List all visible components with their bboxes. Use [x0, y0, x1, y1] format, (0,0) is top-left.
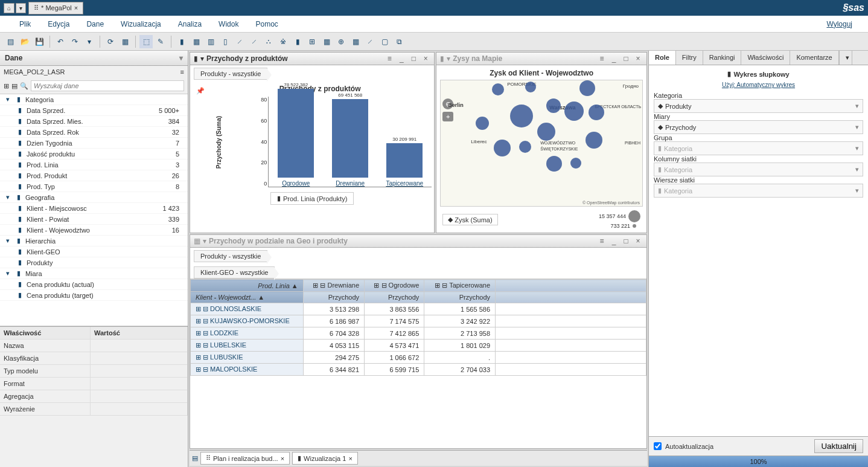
footer-tab-2[interactable]: ▮Wizualizacja 1 × — [292, 452, 358, 465]
menu-help[interactable]: Pomoc — [247, 20, 286, 28]
minimize-icon[interactable]: _ — [609, 54, 619, 63]
save-icon[interactable]: 💾 — [33, 35, 46, 48]
dropdown-icon[interactable]: ▾ — [855, 166, 859, 173]
bar-category-label[interactable]: Drewniane — [336, 180, 365, 187]
chart-breadcrumb[interactable]: Produkty - wszystkie — [194, 68, 267, 80]
col-drewniane[interactable]: ⊞ ⊟ Drewniane — [303, 280, 364, 292]
maximize-icon[interactable]: □ — [621, 237, 631, 245]
data-item[interactable]: Klient - Wojewodztwo — [27, 227, 172, 234]
data-item[interactable]: Data Sprzed. — [27, 107, 159, 114]
dropdown-icon[interactable]: ▾ — [855, 102, 859, 110]
role-field[interactable]: ▮Kategoria▾ — [654, 141, 863, 155]
expand-icon[interactable]: ▾ — [4, 193, 12, 201]
col-ogrodowe[interactable]: ⊞ ⊟ Ogrodowe — [365, 280, 424, 292]
map-canvas[interactable]: ⊕ + POMORSKIE Berlin Warszawa Гродно БРЕ… — [440, 80, 643, 207]
close-icon[interactable]: × — [633, 237, 643, 245]
prop-value[interactable] — [91, 390, 188, 402]
history-icon[interactable]: ▾ — [83, 35, 96, 48]
bar-category-label[interactable]: Tapicerowane — [386, 180, 423, 187]
table-row-header[interactable]: ⊞ ⊟ LUBELSKIE — [191, 340, 304, 352]
table-icon[interactable]: ▦ — [190, 35, 203, 48]
expand-icon[interactable]: ▾ — [4, 95, 12, 103]
minimize-icon[interactable]: _ — [609, 237, 619, 245]
footer-tab-1[interactable]: ⠿Plan i realizacja bud... × — [200, 452, 290, 465]
row-label-header[interactable]: Klient - Wojewodzt... ▲ — [191, 292, 304, 303]
data-item[interactable]: Jakość produktu — [27, 150, 176, 158]
role-field[interactable]: ◆Produkty▾ — [654, 99, 863, 113]
close-tab-icon[interactable]: × — [74, 4, 78, 11]
home-button[interactable]: ⌂ — [4, 3, 14, 13]
line-chart-icon[interactable]: ⟋ — [233, 35, 246, 48]
close-icon[interactable]: × — [421, 54, 430, 63]
data-item[interactable]: Data Sprzed. Rok — [27, 129, 172, 136]
menu-icon[interactable]: ≡ — [385, 54, 394, 63]
group-label[interactable]: Hierarchia — [25, 237, 184, 245]
crosstab-breadcrumb-2[interactable]: Klient-GEO - wszystkie — [194, 266, 275, 279]
zoom-out-icon[interactable]: + — [442, 112, 453, 121]
group-label[interactable]: Miara — [25, 270, 184, 277]
x-axis-label[interactable]: ▮ Prod. Linia (Produkty) — [270, 192, 354, 205]
chart-bar[interactable] — [332, 99, 368, 178]
bar-chart-icon[interactable]: ▮ — [175, 35, 188, 48]
data-item[interactable]: Prod. Typ — [27, 183, 176, 190]
heatmap-icon[interactable]: ▦ — [320, 35, 333, 48]
grid-icon[interactable]: ⊞ — [4, 82, 9, 90]
prop-value[interactable] — [91, 352, 188, 364]
menu-icon[interactable]: ≡ — [597, 237, 607, 245]
decision-tree-icon[interactable]: ▢ — [378, 35, 391, 48]
prop-value[interactable] — [91, 365, 188, 377]
chart-bar[interactable] — [278, 89, 314, 178]
auto-update-checkbox[interactable] — [654, 442, 662, 450]
col-tapicerowane[interactable]: ⊞ ⊟ Tapicerowane — [424, 280, 496, 292]
maximize-icon[interactable]: □ — [409, 54, 418, 63]
menu-icon[interactable]: ≡ — [597, 54, 607, 63]
document-tab[interactable]: ⠿ * MegaPol × — [28, 2, 83, 14]
bar-category-label[interactable]: Ogrodowe — [282, 180, 310, 187]
crosstab-icon[interactable]: ▥ — [204, 35, 217, 48]
crosstab-grid[interactable]: Prod. Linia ▲ ⊞ ⊟ Drewniane ⊞ ⊟ Ogrodowe… — [190, 279, 646, 448]
undo-icon[interactable]: ↶ — [54, 35, 67, 48]
copy-icon[interactable]: ⧉ — [392, 35, 406, 48]
data-item[interactable]: Produkty — [27, 259, 179, 266]
prop-value[interactable] — [91, 403, 188, 415]
tab-comments[interactable]: Komentarze — [790, 51, 838, 65]
group-label[interactable]: Kategoria — [25, 96, 184, 103]
role-field[interactable]: ◆Przychody▾ — [654, 120, 863, 134]
data-item[interactable]: Prod. Linia — [27, 161, 176, 169]
search-input[interactable] — [31, 80, 184, 91]
dropdown-icon[interactable]: ▾ — [203, 237, 206, 245]
dropdown-icon[interactable]: ▾ — [447, 54, 450, 63]
menu-visualization[interactable]: Wizualizacja — [112, 20, 170, 28]
close-icon[interactable]: × — [281, 455, 284, 462]
menu-analysis[interactable]: Analiza — [170, 20, 210, 28]
redo-icon[interactable]: ↷ — [68, 35, 81, 48]
table-row-header[interactable]: ⊞ ⊟ KUJAWSKO-POMORSKIE — [191, 315, 304, 327]
prop-value[interactable] — [91, 378, 188, 390]
scatter-chart-icon[interactable]: ∴ — [262, 35, 275, 48]
role-field[interactable]: ▮Kategoria▾ — [654, 184, 863, 198]
menu-data[interactable]: Dane — [78, 20, 112, 28]
dropdown-icon[interactable]: ▾ — [855, 144, 859, 152]
table-row-header[interactable]: ⊞ ⊟ MALOPOLSKIE — [191, 364, 304, 376]
table-row-header[interactable]: ⊞ ⊟ LODZKIE — [191, 327, 304, 340]
col-group-header[interactable]: Prod. Linia ▲ — [191, 280, 304, 292]
update-button[interactable]: Uaktualnij — [814, 439, 863, 453]
menu-view[interactable]: Widok — [210, 20, 247, 28]
data-item[interactable]: Cena produktu (actual) — [27, 281, 179, 288]
tab-more-icon[interactable]: ▾ — [839, 51, 852, 65]
data-item[interactable]: Cena produktu (target) — [27, 292, 179, 299]
data-icon[interactable]: ▦ — [118, 35, 132, 48]
expand-icon[interactable]: ▾ — [4, 237, 12, 245]
tab-role[interactable]: Role — [649, 51, 676, 65]
data-item[interactable]: Dzien Tygodnia — [27, 140, 176, 147]
panel-menu-icon[interactable]: ▾ — [179, 54, 183, 62]
pin-icon[interactable]: 📌 — [196, 87, 205, 95]
refresh-icon[interactable]: ⟳ — [104, 35, 117, 48]
home-dropdown[interactable]: ▾ — [16, 3, 26, 13]
map-legend-button[interactable]: ◆ Zysk (Suma) — [442, 214, 497, 225]
close-icon[interactable]: × — [348, 455, 352, 462]
data-item[interactable]: Klient-GEO — [27, 248, 179, 256]
crosstab-breadcrumb-1[interactable]: Produkty - wszystkie — [194, 250, 267, 262]
data-tree[interactable]: ▾▮Kategoria▮Data Sprzed.5 000+▮Data Sprz… — [0, 94, 188, 326]
multi-bar-icon[interactable]: ▯ — [219, 35, 232, 48]
